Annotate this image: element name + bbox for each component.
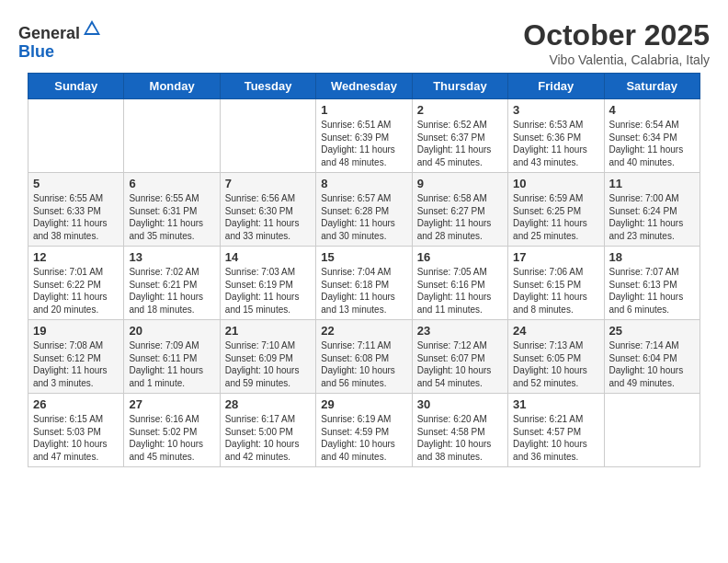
calendar-cell bbox=[220, 99, 315, 173]
page-header: General Blue October 2025 Vibo Valentia,… bbox=[9, 9, 719, 73]
day-info: Sunrise: 6:53 AM Sunset: 6:36 PM Dayligh… bbox=[513, 119, 598, 168]
weekday-header-thursday: Thursday bbox=[412, 74, 507, 99]
calendar-cell: 27Sunrise: 6:16 AM Sunset: 5:02 PM Dayli… bbox=[124, 394, 220, 467]
calendar-cell: 30Sunrise: 6:20 AM Sunset: 4:58 PM Dayli… bbox=[412, 394, 507, 467]
day-info: Sunrise: 7:10 AM Sunset: 6:09 PM Dayligh… bbox=[225, 339, 311, 389]
day-info: Sunrise: 7:07 AM Sunset: 6:13 PM Dayligh… bbox=[609, 266, 695, 316]
day-info: Sunrise: 6:15 AM Sunset: 5:03 PM Dayligh… bbox=[33, 413, 119, 463]
day-info: Sunrise: 6:17 AM Sunset: 5:00 PM Dayligh… bbox=[225, 413, 311, 463]
calendar-cell bbox=[124, 99, 220, 173]
weekday-header-friday: Friday bbox=[508, 74, 604, 99]
day-number: 5 bbox=[33, 177, 119, 190]
logo-blue: Blue bbox=[18, 42, 54, 61]
day-info: Sunrise: 7:14 AM Sunset: 6:04 PM Dayligh… bbox=[609, 339, 695, 389]
day-info: Sunrise: 6:59 AM Sunset: 6:25 PM Dayligh… bbox=[513, 192, 598, 242]
day-number: 12 bbox=[33, 250, 119, 264]
week-row-1: 1Sunrise: 6:51 AM Sunset: 6:39 PM Daylig… bbox=[28, 99, 700, 173]
logo: General Blue bbox=[18, 18, 102, 62]
day-info: Sunrise: 6:58 AM Sunset: 6:27 PM Dayligh… bbox=[417, 192, 503, 242]
day-number: 30 bbox=[417, 397, 503, 411]
day-number: 25 bbox=[609, 324, 695, 338]
logo-icon bbox=[82, 18, 102, 39]
day-number: 31 bbox=[513, 397, 598, 411]
day-info: Sunrise: 6:57 AM Sunset: 6:28 PM Dayligh… bbox=[321, 192, 406, 242]
calendar-cell: 14Sunrise: 7:03 AM Sunset: 6:19 PM Dayli… bbox=[220, 247, 315, 320]
day-info: Sunrise: 7:04 AM Sunset: 6:18 PM Dayligh… bbox=[321, 266, 406, 316]
calendar-cell: 22Sunrise: 7:11 AM Sunset: 6:08 PM Dayli… bbox=[316, 320, 412, 394]
calendar-cell: 21Sunrise: 7:10 AM Sunset: 6:09 PM Dayli… bbox=[220, 320, 315, 394]
day-info: Sunrise: 6:52 AM Sunset: 6:37 PM Dayligh… bbox=[417, 119, 503, 168]
day-number: 7 bbox=[225, 177, 311, 190]
day-info: Sunrise: 6:54 AM Sunset: 6:34 PM Dayligh… bbox=[609, 119, 695, 168]
day-number: 14 bbox=[225, 250, 311, 264]
calendar-cell: 19Sunrise: 7:08 AM Sunset: 6:12 PM Dayli… bbox=[28, 320, 124, 394]
calendar-cell: 5Sunrise: 6:55 AM Sunset: 6:33 PM Daylig… bbox=[28, 173, 124, 247]
day-number: 6 bbox=[129, 177, 214, 190]
calendar-cell: 20Sunrise: 7:09 AM Sunset: 6:11 PM Dayli… bbox=[124, 320, 220, 394]
day-info: Sunrise: 6:16 AM Sunset: 5:02 PM Dayligh… bbox=[129, 413, 214, 463]
calendar-cell: 11Sunrise: 7:00 AM Sunset: 6:24 PM Dayli… bbox=[604, 173, 700, 247]
day-number: 16 bbox=[417, 250, 503, 264]
calendar-cell bbox=[604, 394, 700, 467]
week-row-3: 12Sunrise: 7:01 AM Sunset: 6:22 PM Dayli… bbox=[28, 247, 700, 320]
calendar-cell: 3Sunrise: 6:53 AM Sunset: 6:36 PM Daylig… bbox=[508, 99, 604, 173]
weekday-header-row: SundayMondayTuesdayWednesdayThursdayFrid… bbox=[28, 74, 700, 99]
day-number: 8 bbox=[321, 177, 406, 190]
weekday-header-sunday: Sunday bbox=[28, 74, 124, 99]
calendar-cell: 29Sunrise: 6:19 AM Sunset: 4:59 PM Dayli… bbox=[316, 394, 412, 467]
day-number: 23 bbox=[417, 324, 503, 338]
day-number: 26 bbox=[33, 397, 119, 411]
day-number: 17 bbox=[513, 250, 598, 264]
day-number: 18 bbox=[609, 250, 695, 264]
day-info: Sunrise: 7:09 AM Sunset: 6:11 PM Dayligh… bbox=[129, 339, 214, 389]
day-info: Sunrise: 7:13 AM Sunset: 6:05 PM Dayligh… bbox=[513, 339, 598, 389]
day-info: Sunrise: 6:55 AM Sunset: 6:33 PM Dayligh… bbox=[33, 192, 119, 242]
calendar-table: SundayMondayTuesdayWednesdayThursdayFrid… bbox=[28, 73, 700, 467]
calendar-cell: 26Sunrise: 6:15 AM Sunset: 5:03 PM Dayli… bbox=[28, 394, 124, 467]
calendar-cell: 28Sunrise: 6:17 AM Sunset: 5:00 PM Dayli… bbox=[220, 394, 315, 467]
calendar-cell: 24Sunrise: 7:13 AM Sunset: 6:05 PM Dayli… bbox=[508, 320, 604, 394]
calendar-cell: 16Sunrise: 7:05 AM Sunset: 6:16 PM Dayli… bbox=[412, 247, 507, 320]
day-info: Sunrise: 6:55 AM Sunset: 6:31 PM Dayligh… bbox=[129, 192, 214, 242]
calendar-cell: 4Sunrise: 6:54 AM Sunset: 6:34 PM Daylig… bbox=[604, 99, 700, 173]
calendar-cell: 12Sunrise: 7:01 AM Sunset: 6:22 PM Dayli… bbox=[28, 247, 124, 320]
weekday-header-monday: Monday bbox=[124, 74, 220, 99]
calendar-cell bbox=[28, 99, 124, 173]
day-info: Sunrise: 7:08 AM Sunset: 6:12 PM Dayligh… bbox=[33, 339, 119, 389]
calendar-cell: 10Sunrise: 6:59 AM Sunset: 6:25 PM Dayli… bbox=[508, 173, 604, 247]
calendar-cell: 9Sunrise: 6:58 AM Sunset: 6:27 PM Daylig… bbox=[412, 173, 507, 247]
logo-general: General bbox=[18, 24, 80, 42]
day-info: Sunrise: 7:12 AM Sunset: 6:07 PM Dayligh… bbox=[417, 339, 503, 389]
day-number: 24 bbox=[513, 324, 598, 338]
calendar-cell: 1Sunrise: 6:51 AM Sunset: 6:39 PM Daylig… bbox=[316, 99, 412, 173]
day-number: 13 bbox=[129, 250, 214, 264]
day-number: 28 bbox=[225, 397, 311, 411]
day-info: Sunrise: 7:05 AM Sunset: 6:16 PM Dayligh… bbox=[417, 266, 503, 316]
day-number: 3 bbox=[513, 103, 598, 117]
day-number: 11 bbox=[609, 177, 695, 190]
day-number: 21 bbox=[225, 324, 311, 338]
week-row-4: 19Sunrise: 7:08 AM Sunset: 6:12 PM Dayli… bbox=[28, 320, 700, 394]
day-info: Sunrise: 6:21 AM Sunset: 4:57 PM Dayligh… bbox=[513, 413, 598, 463]
day-info: Sunrise: 6:19 AM Sunset: 4:59 PM Dayligh… bbox=[321, 413, 406, 463]
calendar-cell: 6Sunrise: 6:55 AM Sunset: 6:31 PM Daylig… bbox=[124, 173, 220, 247]
calendar-cell: 13Sunrise: 7:02 AM Sunset: 6:21 PM Dayli… bbox=[124, 247, 220, 320]
day-number: 22 bbox=[321, 324, 406, 338]
weekday-header-wednesday: Wednesday bbox=[316, 74, 412, 99]
week-row-5: 26Sunrise: 6:15 AM Sunset: 5:03 PM Dayli… bbox=[28, 394, 700, 467]
weekday-header-saturday: Saturday bbox=[604, 74, 700, 99]
location: Vibo Valentia, Calabria, Italy bbox=[523, 52, 710, 67]
calendar-cell: 31Sunrise: 6:21 AM Sunset: 4:57 PM Dayli… bbox=[508, 394, 604, 467]
day-number: 15 bbox=[321, 250, 406, 264]
calendar-cell: 23Sunrise: 7:12 AM Sunset: 6:07 PM Dayli… bbox=[412, 320, 507, 394]
calendar-cell: 8Sunrise: 6:57 AM Sunset: 6:28 PM Daylig… bbox=[316, 173, 412, 247]
calendar-cell: 15Sunrise: 7:04 AM Sunset: 6:18 PM Dayli… bbox=[316, 247, 412, 320]
calendar-wrapper: SundayMondayTuesdayWednesdayThursdayFrid… bbox=[9, 73, 719, 467]
month-title: October 2025 bbox=[523, 18, 710, 52]
calendar-cell: 17Sunrise: 7:06 AM Sunset: 6:15 PM Dayli… bbox=[508, 247, 604, 320]
day-info: Sunrise: 6:20 AM Sunset: 4:58 PM Dayligh… bbox=[417, 413, 503, 463]
day-info: Sunrise: 7:01 AM Sunset: 6:22 PM Dayligh… bbox=[33, 266, 119, 316]
day-number: 10 bbox=[513, 177, 598, 190]
day-number: 19 bbox=[33, 324, 119, 338]
day-info: Sunrise: 7:06 AM Sunset: 6:15 PM Dayligh… bbox=[513, 266, 598, 316]
